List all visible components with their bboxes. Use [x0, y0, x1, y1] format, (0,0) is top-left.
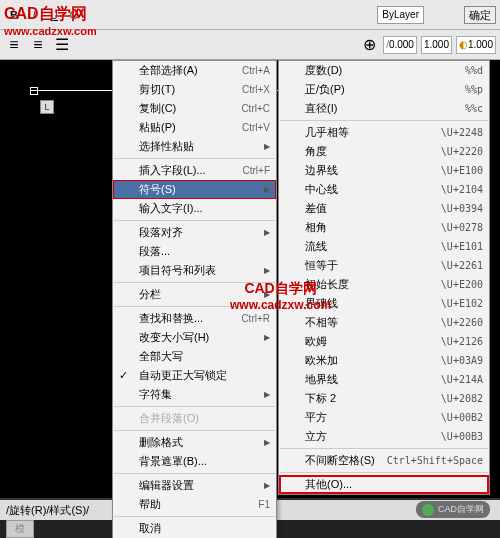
submenu-item[interactable]: 平方\U+00B2	[279, 408, 489, 427]
wechat-icon	[422, 504, 434, 516]
submenu-item[interactable]: 不间断空格(S)Ctrl+Shift+Space	[279, 451, 489, 470]
menu-item[interactable]: 选择性粘贴▶	[113, 137, 276, 156]
submenu-item[interactable]: 差值\U+0394	[279, 199, 489, 218]
submenu-item[interactable]: 下标 2\U+2082	[279, 389, 489, 408]
submenu-item[interactable]: 角度\U+2220	[279, 142, 489, 161]
symbol-submenu: 度数(D)%%d正/负(P)%%p直径(I)%%c几乎相等\U+2248角度\U…	[278, 60, 490, 495]
submenu-item[interactable]: 相角\U+0278	[279, 218, 489, 237]
submenu-item[interactable]: 立方\U+00B3	[279, 427, 489, 446]
value2-input[interactable]: 1.000	[421, 36, 452, 54]
submenu-item[interactable]: 不相等\U+2260	[279, 313, 489, 332]
list-icon[interactable]: ☰	[53, 36, 71, 54]
menu-item[interactable]: 段落...	[113, 242, 276, 261]
command-prompt: /旋转(R)/样式(S)/	[6, 503, 89, 518]
menu-item[interactable]: 段落对齐▶	[113, 223, 276, 242]
submenu-item[interactable]: 恒等于\U+2261	[279, 256, 489, 275]
submenu-item[interactable]: 正/负(P)%%p	[279, 80, 489, 99]
submenu-item[interactable]: 其他(O)...	[279, 475, 489, 494]
align-left-icon[interactable]: ≡	[5, 36, 23, 54]
menu-item[interactable]: 项目符号和列表▶	[113, 261, 276, 280]
align-center-icon[interactable]: ≡	[29, 36, 47, 54]
menu-item[interactable]: 剪切(T)Ctrl+X	[113, 80, 276, 99]
menu-item[interactable]: 编辑器设置▶	[113, 476, 276, 495]
menu-item[interactable]: 删除格式▶	[113, 433, 276, 452]
submenu-item[interactable]: 流线\U+E101	[279, 237, 489, 256]
confirm-button[interactable]: 确定	[464, 6, 496, 24]
menu-item[interactable]: 改变大小写(H)▶	[113, 328, 276, 347]
value1-input[interactable]: /0.000	[383, 36, 417, 54]
menu-item[interactable]: ✓自动更正大写锁定	[113, 366, 276, 385]
watermark-center: CAD自学网 www.cadzxw.com	[230, 280, 331, 312]
l-marker[interactable]: L	[40, 100, 54, 114]
menu-item[interactable]: 帮助F1	[113, 495, 276, 514]
submenu-item[interactable]: 地界线\U+214A	[279, 370, 489, 389]
model-tab[interactable]: 模	[6, 520, 34, 538]
menu-item[interactable]: 全部大写	[113, 347, 276, 366]
watermark-title: CAD自学网	[4, 4, 97, 25]
submenu-item[interactable]: 欧米加\U+03A9	[279, 351, 489, 370]
menu-item[interactable]: 取消	[113, 519, 276, 538]
submenu-item[interactable]: 几乎相等\U+2248	[279, 123, 489, 142]
footer-brand: CAD自学网	[416, 501, 490, 518]
submenu-item[interactable]: 边界线\U+E100	[279, 161, 489, 180]
menu-item[interactable]: 全部选择(A)Ctrl+A	[113, 61, 276, 80]
menu-item[interactable]: 插入字段(L)...Ctrl+F	[113, 161, 276, 180]
value3-input[interactable]: ◐1.000	[456, 36, 496, 54]
menu-item[interactable]: 字符集▶	[113, 385, 276, 404]
menu-item[interactable]: 符号(S)▶	[113, 180, 276, 199]
menu-item[interactable]: 背景遮罩(B)...	[113, 452, 276, 471]
menu-item[interactable]: 粘贴(P)Ctrl+V	[113, 118, 276, 137]
menu-item[interactable]: 复制(C)Ctrl+C	[113, 99, 276, 118]
submenu-item[interactable]: 欧姆\U+2126	[279, 332, 489, 351]
watermark-url: www.cadzxw.com	[4, 25, 97, 37]
menu-item[interactable]: 输入文字(I)...	[113, 199, 276, 218]
menu-item[interactable]: 合并段落(O)	[113, 409, 276, 428]
submenu-item[interactable]: 度数(D)%%d	[279, 61, 489, 80]
bylayer-combo[interactable]: ByLayer	[377, 6, 424, 24]
submenu-item[interactable]: 中心线\U+2104	[279, 180, 489, 199]
target-icon[interactable]: ⊕	[360, 36, 378, 54]
submenu-item[interactable]: 直径(I)%%c	[279, 99, 489, 118]
